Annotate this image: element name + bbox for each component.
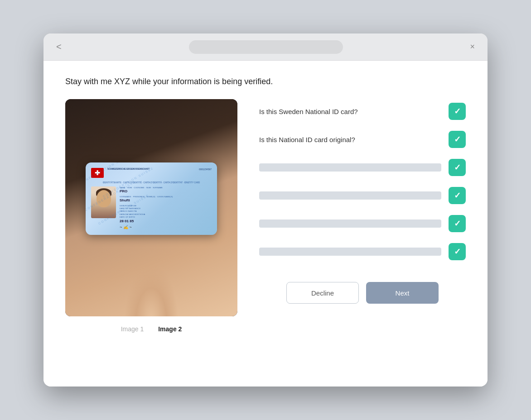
- id-card-inner: CONFÉDÉRATION SUISSE CONFÉDÉRATION SUISS…: [86, 162, 217, 235]
- image-tab-1[interactable]: Image 1: [121, 324, 144, 334]
- dob-value: 28 01 85: [120, 219, 212, 224]
- placeholder-bar-3: [259, 163, 441, 172]
- placeholder-bar-5: [259, 220, 441, 228]
- check-box-1: ✓: [449, 103, 466, 120]
- dob-label: GEBURTSDATUMDATE DE NAISSANCEDATA DI NAS…: [120, 205, 212, 219]
- next-button[interactable]: Next: [366, 282, 439, 304]
- page-title: Stay with me XYZ while your information …: [65, 77, 466, 86]
- surname-value: PRO: [120, 189, 212, 194]
- id-number: 0001234567: [199, 168, 212, 171]
- check-box-5: ✓: [449, 215, 466, 232]
- check-box-4: ✓: [449, 187, 466, 204]
- checkmark-icon-6: ✓: [454, 247, 461, 257]
- button-row: Decline Next: [259, 282, 466, 304]
- id-details: NAME · NOM · COONOME · NUM · SURNAME PRO…: [120, 186, 212, 230]
- id-card-text-header: SCHWEIZERISCHE EIDGENOSSENSCHAFT: [107, 168, 150, 171]
- check-label-1: Is this Sweden National ID card?: [259, 108, 441, 115]
- check-row-2: Is this National ID card original? ✓: [259, 131, 466, 148]
- swiss-flag: ✚: [91, 168, 104, 178]
- id-card-header: ✚ SCHWEIZERISCHE EIDGENOSSENSCHAFT 00012…: [91, 168, 212, 178]
- placeholder-row-5: ✓: [259, 215, 466, 232]
- check-row-1: Is this Sweden National ID card? ✓: [259, 103, 466, 120]
- id-card-image: CONFÉDÉRATION SUISSE CONFÉDÉRATION SUISS…: [65, 99, 237, 316]
- given-name-value: Shufti: [120, 198, 212, 203]
- checkmark-icon-3: ✓: [454, 162, 461, 172]
- image-tab-2[interactable]: Image 2: [158, 324, 182, 334]
- browser-window: < × Stay with me XYZ while your informat…: [43, 33, 488, 387]
- placeholder-row-3: ✓: [259, 159, 466, 176]
- checkmark-icon-5: ✓: [454, 219, 461, 229]
- browser-address-bar: [189, 40, 343, 54]
- placeholder-bar-6: [259, 248, 441, 256]
- checkmark-icon-1: ✓: [454, 106, 461, 116]
- decline-button[interactable]: Decline: [286, 282, 359, 304]
- signature: ~ ✍ ~: [120, 225, 212, 229]
- browser-close-button[interactable]: ×: [466, 40, 478, 53]
- browser-back-button[interactable]: <: [53, 40, 65, 54]
- verification-section: Is this Sweden National ID card? ✓ Is th…: [259, 99, 466, 304]
- id-card-section: CONFÉDÉRATION SUISSE CONFÉDÉRATION SUISS…: [65, 99, 237, 334]
- swiss-cross-icon: ✚: [95, 170, 100, 176]
- card-type-label: IDENTITÄTSKARTE · CARTE D'IDENTITÉ · CAR…: [91, 181, 212, 184]
- main-layout: CONFÉDÉRATION SUISSE CONFÉDÉRATION SUISS…: [65, 99, 466, 334]
- checkmark-icon-2: ✓: [454, 134, 461, 144]
- image-tabs: Image 1 Image 2: [65, 324, 237, 334]
- browser-toolbar: < ×: [43, 33, 488, 61]
- placeholder-row-4: ✓: [259, 187, 466, 204]
- checkmark-icon-4: ✓: [454, 191, 461, 200]
- page-content: Stay with me XYZ while your information …: [43, 61, 488, 387]
- id-photo: [91, 186, 116, 218]
- check-box-6: ✓: [449, 243, 466, 260]
- placeholder-bar-4: [259, 191, 441, 200]
- check-label-2: Is this National ID card original?: [259, 136, 441, 143]
- placeholder-row-6: ✓: [259, 243, 466, 260]
- check-box-3: ✓: [449, 159, 466, 176]
- thumb-bottom: [124, 262, 179, 316]
- id-number-container: 0001234567: [199, 168, 212, 172]
- face-oval: [97, 190, 111, 207]
- id-body: NAME · NOM · COONOME · NUM · SURNAME PRO…: [91, 186, 212, 230]
- check-box-2: ✓: [449, 131, 466, 148]
